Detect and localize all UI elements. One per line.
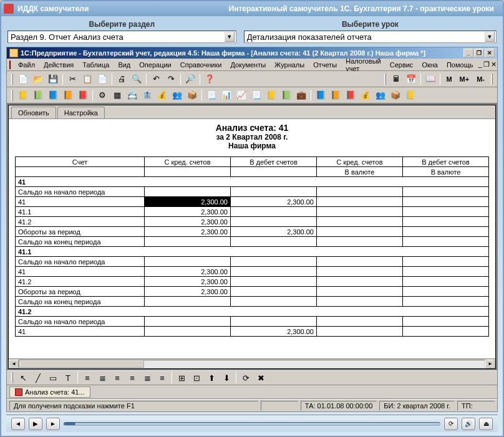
player-progress[interactable] bbox=[64, 422, 440, 426]
maximize-button[interactable]: ❐ bbox=[474, 49, 484, 57]
mdi-restore-icon[interactable]: ❐ bbox=[483, 60, 490, 69]
menu-refs[interactable]: Справочники bbox=[177, 60, 226, 70]
memory-mplus-button[interactable]: M+ bbox=[457, 74, 473, 85]
copy-icon[interactable]: 📋 bbox=[80, 72, 94, 86]
table-row[interactable]: 412,300.002,300.00 bbox=[16, 197, 489, 207]
misc2-icon[interactable]: 📙 bbox=[329, 89, 342, 102]
chevron-down-icon[interactable]: ▼ bbox=[485, 32, 495, 42]
memory-mminus-button[interactable]: M- bbox=[473, 74, 488, 85]
tab-settings[interactable]: Настройка bbox=[57, 107, 105, 118]
menu-journals[interactable]: Журналы bbox=[271, 60, 308, 70]
bank-icon[interactable]: 🏦 bbox=[140, 89, 154, 102]
grid2-icon[interactable]: ⊞ bbox=[175, 371, 188, 385]
grid-icon[interactable]: ▦ bbox=[110, 89, 124, 102]
menu-app-icon[interactable] bbox=[9, 60, 11, 69]
goods-icon[interactable]: 📦 bbox=[185, 89, 199, 102]
misc3-icon[interactable]: 📕 bbox=[344, 89, 357, 102]
line-icon[interactable]: ╱ bbox=[31, 371, 45, 385]
close-button[interactable]: ✕ bbox=[485, 49, 495, 57]
chart-icon[interactable]: 📊 bbox=[220, 89, 233, 102]
memory-m-button[interactable]: M bbox=[443, 74, 455, 85]
print-icon[interactable]: 🖨 bbox=[115, 72, 128, 86]
users-icon[interactable]: 👥 bbox=[170, 89, 184, 102]
menu-actions[interactable]: Действия bbox=[40, 60, 77, 70]
menu-service[interactable]: Сервис bbox=[386, 60, 417, 70]
tax-icon[interactable]: 💼 bbox=[294, 89, 308, 102]
report2-icon[interactable]: 📃 bbox=[250, 89, 263, 102]
table-row[interactable]: Сальдо на конец периода bbox=[16, 297, 489, 307]
misc7-icon[interactable]: 📒 bbox=[404, 89, 417, 102]
section-header-row[interactable]: 41.1 bbox=[16, 247, 489, 257]
player-next-button[interactable]: ► bbox=[46, 418, 60, 430]
report4-icon[interactable]: 📗 bbox=[279, 89, 293, 102]
scroll-thumb[interactable] bbox=[19, 360, 144, 368]
journal2-icon[interactable]: 📗 bbox=[31, 89, 45, 102]
align-bottom-icon[interactable]: ≡ bbox=[155, 371, 169, 385]
table-row[interactable]: 412,300.00 bbox=[16, 327, 489, 337]
align-left-icon[interactable]: ≡ bbox=[80, 371, 94, 385]
calc-icon[interactable]: 🖩 bbox=[389, 72, 403, 86]
align-right-icon[interactable]: ≡ bbox=[110, 371, 124, 385]
menu-windows[interactable]: Окна bbox=[418, 60, 442, 70]
paste-icon[interactable]: 📄 bbox=[95, 72, 109, 86]
player-stop-button[interactable]: ⏏ bbox=[479, 418, 493, 430]
mdi-close-icon[interactable]: ✕ bbox=[491, 60, 497, 69]
open-icon[interactable]: 📂 bbox=[31, 72, 45, 86]
misc4-icon[interactable]: 💰 bbox=[359, 89, 372, 102]
front-icon[interactable]: ⬆ bbox=[205, 371, 218, 385]
cut-icon[interactable]: ✂ bbox=[65, 72, 79, 86]
menu-file[interactable]: Файл bbox=[14, 60, 39, 70]
lesson-dropdown[interactable]: Детализация показателей отчета ▼ bbox=[244, 31, 497, 43]
new-icon[interactable]: 📄 bbox=[16, 72, 30, 86]
journal5-icon[interactable]: 📕 bbox=[76, 89, 90, 102]
menu-reports[interactable]: Отчеты bbox=[309, 60, 341, 70]
player-play-button[interactable]: ▶ bbox=[29, 418, 42, 430]
ops-icon[interactable]: ⚙ bbox=[95, 89, 109, 102]
player-repeat-button[interactable]: ⟳ bbox=[444, 418, 458, 430]
misc1-icon[interactable]: 📘 bbox=[314, 89, 327, 102]
help-icon[interactable]: ❓ bbox=[203, 72, 216, 86]
calendar-icon[interactable]: 📅 bbox=[404, 72, 418, 86]
player-prev-button[interactable]: ◄ bbox=[11, 418, 25, 430]
ref-icon[interactable]: 📇 bbox=[125, 89, 139, 102]
undo-icon[interactable]: ↶ bbox=[149, 72, 163, 86]
window-tab-report[interactable]: Анализ счета: 41... bbox=[9, 387, 90, 398]
menu-help[interactable]: Помощь bbox=[443, 60, 477, 70]
scroll-left-icon[interactable]: ◄ bbox=[9, 360, 19, 368]
minimize-button[interactable]: _ bbox=[463, 49, 473, 57]
book-icon[interactable]: 📖 bbox=[424, 72, 437, 86]
table-row[interactable]: Сальдо на конец периода bbox=[16, 237, 489, 247]
table-row[interactable]: 412,300.00 bbox=[16, 267, 489, 277]
table-row[interactable]: 41.22,300.00 bbox=[16, 277, 489, 287]
save-icon[interactable]: 💾 bbox=[46, 72, 60, 86]
mdi-minimize-icon[interactable]: _ bbox=[478, 60, 482, 69]
inner-titlebar[interactable]: 1С:Предприятие - Бухгалтерский учет, ред… bbox=[7, 47, 497, 59]
rect-icon[interactable]: ▭ bbox=[46, 371, 60, 385]
section-dropdown[interactable]: Раздел 9. Отчет Анализ счета ▼ bbox=[7, 31, 236, 43]
money-icon[interactable]: 💰 bbox=[155, 89, 169, 102]
menu-operations[interactable]: Операции bbox=[135, 60, 175, 70]
table-row[interactable]: Обороты за период2,300.002,300.00 bbox=[16, 227, 489, 237]
table-row[interactable]: Обороты за период2,300.00 bbox=[16, 287, 489, 297]
table-row[interactable]: Сальдо на начало периода bbox=[16, 317, 489, 327]
table-row[interactable]: 41.22,300.00 bbox=[16, 217, 489, 227]
redo-icon[interactable]: ↷ bbox=[164, 72, 178, 86]
report3-icon[interactable]: 📒 bbox=[264, 89, 278, 102]
player-volume-button[interactable]: 🔊 bbox=[462, 418, 475, 430]
rotate-icon[interactable]: ⟳ bbox=[239, 371, 253, 385]
journal3-icon[interactable]: 📘 bbox=[46, 89, 60, 102]
table-row[interactable]: Сальдо на начало периода bbox=[16, 187, 489, 197]
table-row[interactable]: 41.12,300.00 bbox=[16, 207, 489, 217]
report-body[interactable]: Анализ счета: 41 за 2 Квартал 2008 г. На… bbox=[9, 119, 495, 358]
misc6-icon[interactable]: 📦 bbox=[389, 89, 402, 102]
report1-icon[interactable]: 📃 bbox=[205, 89, 218, 102]
section-header-row[interactable]: 41 bbox=[16, 177, 489, 187]
preview-icon[interactable]: 🔍 bbox=[130, 72, 143, 86]
align-middle-icon[interactable]: ≣ bbox=[140, 371, 154, 385]
section-header-row[interactable]: 41.2 bbox=[16, 307, 489, 317]
scroll-track[interactable] bbox=[19, 360, 485, 368]
journal-icon[interactable]: 📒 bbox=[16, 89, 30, 102]
chevron-down-icon[interactable]: ▼ bbox=[225, 32, 235, 42]
menu-table[interactable]: Таблица bbox=[79, 60, 113, 70]
menu-docs[interactable]: Документы bbox=[226, 60, 269, 70]
